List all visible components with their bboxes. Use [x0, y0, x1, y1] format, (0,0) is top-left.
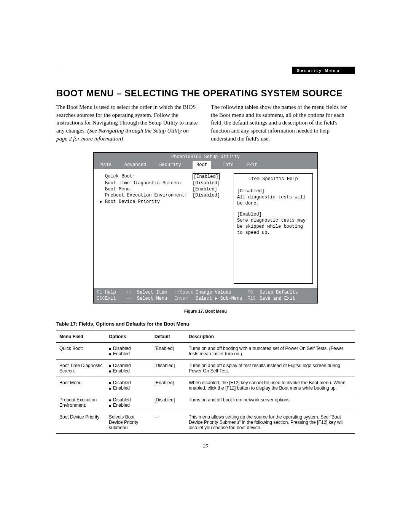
fields-table: Menu Field Options Default Description Q…	[56, 331, 355, 434]
cell-options: DisabledEnabled	[106, 360, 151, 377]
bios-help-p2: All diagnostic tests will be done.	[237, 194, 309, 206]
cell-desc: Turns on and off display of test results…	[186, 360, 355, 377]
cell-field: Quick Boot:	[56, 343, 106, 360]
cell-desc: Turns on and off booting with a truncate…	[186, 343, 355, 360]
bios-help-heading: Item Specific Help	[237, 176, 309, 182]
bios-tab-exit: Exit	[245, 161, 259, 169]
cell-field: Preboot Execution Environment:	[56, 394, 106, 411]
bios-title-bar: PhoenixBIOS Setup Utility	[94, 153, 317, 161]
cell-field: Boot Time Diagnostic Screen:	[56, 360, 106, 377]
th-menu-field: Menu Field	[56, 331, 106, 343]
bios-footer-lbl-defaults: Setup Defaults	[260, 289, 298, 296]
bios-item-boot-menu-value: [Enabled]	[193, 186, 217, 192]
intro-columns: The Boot Menu is used to select the orde…	[56, 103, 355, 142]
intro-left: The Boot Menu is used to select the orde…	[56, 103, 200, 142]
bios-footer-lbl-save: Save and Exit	[260, 296, 295, 302]
figure-caption: Figure 17. Boot Menu	[56, 309, 355, 313]
bios-footer-key-f10: F10	[247, 296, 260, 302]
th-description: Description	[186, 331, 355, 343]
cell-default: [Enabled]	[151, 343, 186, 360]
bios-item-preboot-value: [Disabled]	[193, 192, 220, 198]
bios-help-p1: [Disabled]	[237, 188, 309, 194]
bios-footer-key-space: -/Space	[174, 289, 196, 296]
bios-item-quick-boot-value: [Enabled]	[193, 173, 220, 180]
table-row: Preboot Execution Environment: DisabledE…	[56, 394, 355, 411]
cell-options: DisabledEnabled	[106, 394, 151, 411]
triangle-right-icon: ▶	[100, 199, 105, 205]
bios-left-pane: Quick Boot:[Enabled] Boot Time Diagnosti…	[100, 173, 234, 284]
bios-footer: F1 Help ↑↓ Select Item -/Space Change Va…	[94, 288, 317, 303]
bios-tab-boot: Boot	[193, 161, 211, 169]
bios-footer-key-f1: F1	[97, 289, 105, 296]
bios-footer-lbl-exit: Exit	[105, 296, 126, 302]
page-number: 25	[0, 443, 411, 449]
bios-screenshot: PhoenixBIOS Setup Utility Main Advanced …	[93, 152, 318, 304]
bios-footer-key-updown: ↑↓	[126, 289, 137, 296]
bios-help-pane: Item Specific Help [Disabled] All diagno…	[234, 173, 313, 284]
cell-options: DisabledEnabled	[106, 343, 151, 360]
bios-tab-security: Security	[158, 161, 183, 169]
cell-desc: When disabled, the [F12] key cannot be u…	[186, 377, 355, 394]
cell-field: Boot Menu:	[56, 377, 106, 394]
bios-item-boot-menu-label: Boot Menu:	[105, 186, 193, 192]
bios-help-p3: [Enabled]	[237, 211, 309, 217]
bios-footer-key-f9: F9	[247, 289, 260, 296]
cell-default: [Disabled]	[151, 394, 186, 411]
bios-footer-lbl-selmenu: Select Menu	[137, 296, 174, 302]
bios-item-preboot-label: Preboot Execution Environment:	[105, 192, 193, 198]
bios-help-p4: Some diagnostic tests may be skipped whi…	[237, 217, 309, 236]
table-row: Boot Device Priority: Selects Boot Devic…	[56, 411, 355, 434]
cell-default: [Enabled]	[151, 377, 186, 394]
table-row: Boot Menu: DisabledEnabled [Enabled] Whe…	[56, 377, 355, 394]
intro-right: The following tables show the names of t…	[211, 103, 355, 142]
cell-default: [Disabled]	[151, 360, 186, 377]
table-title: Table 17: Fields, Options and Defaults f…	[56, 321, 355, 327]
bios-item-quick-boot-label: Quick Boot:	[105, 173, 193, 180]
section-tab: Security Menu	[292, 67, 355, 74]
cell-field: Boot Device Priority:	[56, 411, 106, 434]
header-row: Security Menu	[56, 67, 355, 74]
header-rule	[56, 65, 355, 65]
table-row: Boot Time Diagnostic Screen: DisabledEna…	[56, 360, 355, 377]
bios-tab-main: Main	[99, 161, 113, 169]
cell-default: —	[151, 411, 186, 434]
bios-footer-lbl-help: Help	[105, 289, 126, 296]
bios-footer-key-esc: ESC	[97, 296, 105, 302]
th-default: Default	[151, 331, 186, 343]
bios-footer-lbl-change: Change Values	[196, 289, 247, 296]
table-row: Quick Boot: DisabledEnabled [Enabled] Tu…	[56, 343, 355, 360]
th-options: Options	[106, 331, 151, 343]
cell-options: Selects Boot Device Priority submenu	[106, 411, 151, 434]
bios-tab-bar: Main Advanced Security Boot Info Exit	[94, 161, 317, 169]
bios-footer-key-lr: ←→	[126, 296, 137, 302]
bios-item-boot-time-label: Boot Time Diagnostic Screen:	[105, 180, 193, 186]
bios-footer-key-enter: Enter	[174, 296, 196, 302]
cell-options: DisabledEnabled	[106, 377, 151, 394]
bios-tab-advanced: Advanced	[123, 161, 148, 169]
bios-footer-lbl-submenu: Select ▶ Sub-Menu	[196, 296, 247, 302]
cell-desc: This menu allows setting up the source f…	[186, 411, 355, 434]
bios-item-boot-time-value: [Disabled]	[193, 180, 220, 186]
section-title: BOOT MENU – SELECTING THE OPERATING SYST…	[56, 88, 355, 99]
bios-item-boot-priority-label: Boot Device Priority	[105, 199, 193, 205]
bios-tab-info: Info	[221, 161, 235, 169]
cell-desc: Turns on and off boot from network serve…	[186, 394, 355, 411]
bios-footer-lbl-selitem: Select Item	[137, 289, 174, 296]
